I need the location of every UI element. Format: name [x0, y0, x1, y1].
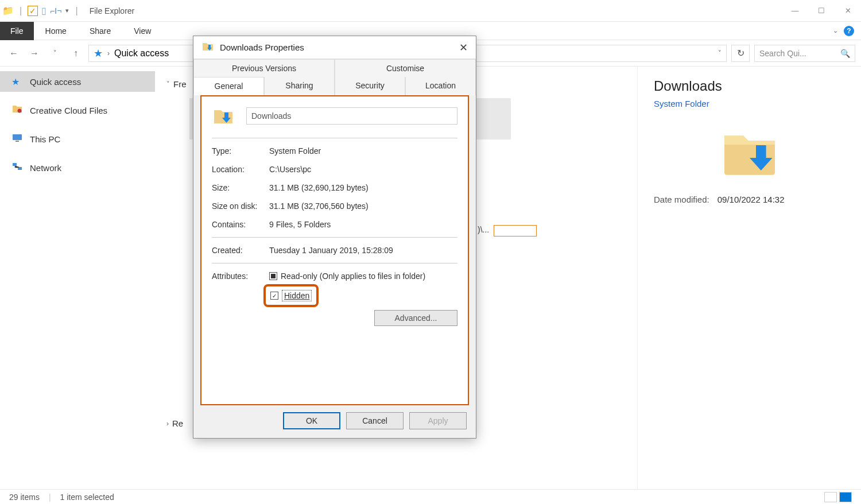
- chevron-down-icon: ˅: [166, 80, 170, 88]
- explorer-icon: 📁: [2, 5, 14, 16]
- star-icon: ★: [94, 47, 103, 60]
- created-label: Created:: [212, 246, 269, 255]
- status-selected-count: 1 item selected: [60, 493, 114, 502]
- readonly-checkbox[interactable]: [269, 272, 277, 280]
- refresh-button[interactable]: ↻: [731, 45, 750, 62]
- downloads-folder-icon: [201, 41, 214, 54]
- svg-point-0: [18, 109, 22, 113]
- qa-paste-icon[interactable]: ▯: [41, 5, 46, 16]
- up-button[interactable]: ↑: [68, 45, 84, 61]
- contains-value: 9 Files, 5 Folders: [269, 220, 331, 229]
- dialog-title-bar[interactable]: Downloads Properties ✕: [193, 36, 476, 59]
- minimize-button[interactable]: —: [782, 2, 808, 20]
- tab-previous-versions[interactable]: Previous Versions: [193, 59, 335, 77]
- dialog-tabs: Previous Versions Customise General Shar…: [193, 59, 476, 95]
- dialog-title: Downloads Properties: [220, 42, 304, 52]
- sidebar-item-this-pc[interactable]: This PC: [0, 129, 155, 149]
- svg-rect-3: [13, 163, 17, 166]
- cancel-button[interactable]: Cancel: [346, 412, 404, 429]
- sidebar-item-creative-cloud[interactable]: Creative Cloud Files: [0, 100, 155, 121]
- tab-security[interactable]: Security: [335, 77, 405, 95]
- date-modified-label: Date modified:: [654, 195, 709, 204]
- details-pane: Downloads System Folder Date modified: 0…: [637, 67, 861, 489]
- hidden-label[interactable]: Hidden: [282, 290, 312, 301]
- qa-dropdown-icon[interactable]: ▾: [65, 7, 69, 14]
- ribbon-tab-view[interactable]: View: [122, 22, 162, 40]
- chevron-right-icon: ›: [166, 420, 169, 428]
- search-input[interactable]: Search Qui... 🔍: [754, 45, 855, 62]
- view-details-button[interactable]: [824, 492, 837, 502]
- close-button[interactable]: ✕: [835, 2, 861, 20]
- breadcrumb-item[interactable]: Quick access: [114, 48, 169, 59]
- search-placeholder: Search Qui...: [759, 49, 806, 58]
- attributes-label: Attributes:: [212, 272, 269, 307]
- sidebar-item-quick-access[interactable]: ★ Quick access: [0, 71, 155, 92]
- back-button[interactable]: ←: [6, 45, 22, 61]
- readonly-label: Read-only (Only applies to files in fold…: [281, 272, 425, 281]
- downloads-folder-icon: [212, 104, 235, 127]
- title-bar: 📁 | ✓ ▯ ⌐Ⅰ¬ ▾ | File Explorer — ☐ ✕: [0, 0, 861, 22]
- qa-rename-icon[interactable]: ⌐Ⅰ¬: [50, 6, 61, 15]
- contains-label: Contains:: [212, 220, 269, 229]
- svg-rect-1: [13, 134, 22, 140]
- history-dropdown[interactable]: ˅: [47, 45, 63, 61]
- path-fragment: )\...: [478, 225, 489, 234]
- ribbon-collapse-icon[interactable]: ⌄: [833, 27, 838, 34]
- folder-name-input[interactable]: [246, 107, 457, 125]
- size-label: Size:: [212, 183, 269, 192]
- sidebar-item-network[interactable]: Network: [0, 157, 155, 178]
- downloads-folder-icon: [718, 120, 781, 183]
- breadcrumb-dropdown-icon[interactable]: ˅: [718, 49, 722, 57]
- breadcrumb-arrow[interactable]: ›: [107, 49, 110, 57]
- tab-customise[interactable]: Customise: [335, 59, 476, 77]
- properties-dialog: Downloads Properties ✕ Previous Versions…: [193, 36, 476, 439]
- help-icon[interactable]: ?: [844, 26, 854, 36]
- ok-button[interactable]: OK: [283, 412, 340, 429]
- advanced-button[interactable]: Advanced...: [374, 310, 457, 326]
- computer-icon: [11, 133, 24, 145]
- folder-icon: [11, 104, 24, 116]
- dialog-body: Type:System Folder Location:C:\Users\pc …: [200, 95, 469, 405]
- view-tiles-button[interactable]: [839, 492, 852, 502]
- maximize-button[interactable]: ☐: [808, 2, 835, 20]
- highlight-box: [494, 225, 537, 237]
- size-on-disk-value: 31.1 MB (32,706,560 bytes): [269, 201, 369, 211]
- window-title: File Explorer: [90, 6, 135, 15]
- hidden-highlight-box: Hidden: [263, 284, 319, 307]
- status-item-count: 29 items: [9, 493, 40, 502]
- tab-location[interactable]: Location: [405, 77, 476, 95]
- forward-button[interactable]: →: [26, 45, 42, 61]
- size-on-disk-label: Size on disk:: [212, 201, 269, 211]
- status-bar: 29 items | 1 item selected: [0, 489, 861, 504]
- ribbon-tab-file[interactable]: File: [0, 22, 34, 40]
- apply-button[interactable]: Apply: [409, 412, 467, 429]
- location-value: C:\Users\pc: [269, 165, 311, 174]
- search-icon: 🔍: [840, 49, 850, 58]
- sidebar: ★ Quick access Creative Cloud Files This…: [0, 67, 155, 489]
- created-value: Tuesday 1 January 2019, 15:28:09: [269, 246, 393, 255]
- hidden-checkbox[interactable]: [270, 292, 278, 300]
- ribbon-tab-share[interactable]: Share: [78, 22, 122, 40]
- date-modified-value: 09/10/2022 14:32: [718, 195, 785, 204]
- star-icon: ★: [11, 76, 24, 87]
- network-icon: [11, 162, 24, 173]
- svg-rect-2: [15, 141, 19, 142]
- ribbon-tab-home[interactable]: Home: [34, 22, 78, 40]
- type-label: Type:: [212, 146, 269, 156]
- location-label: Location:: [212, 165, 269, 174]
- dialog-close-button[interactable]: ✕: [459, 41, 468, 54]
- type-value: System Folder: [269, 146, 321, 156]
- details-title: Downloads: [654, 78, 845, 94]
- qa-check-icon[interactable]: ✓: [28, 6, 38, 16]
- size-value: 31.1 MB (32,690,129 bytes): [269, 183, 369, 192]
- details-type: System Folder: [654, 99, 845, 108]
- tab-general[interactable]: General: [193, 77, 264, 95]
- tab-sharing[interactable]: Sharing: [264, 77, 335, 95]
